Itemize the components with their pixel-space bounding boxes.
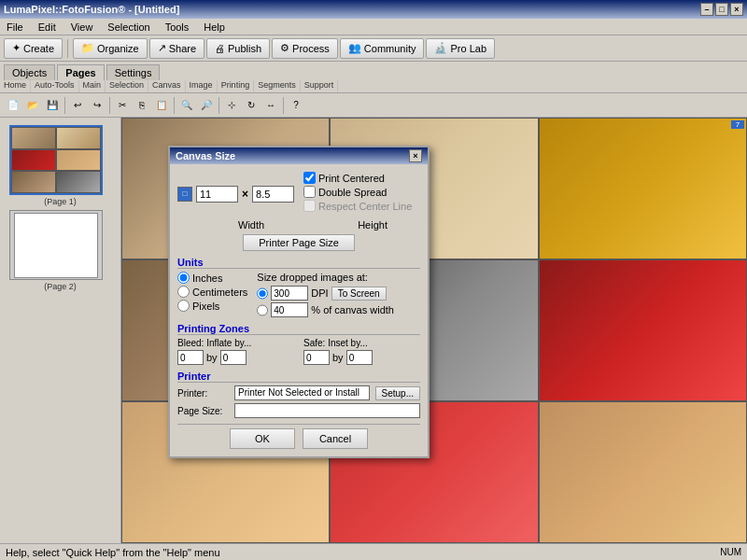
thumb-2 [56,127,101,149]
section-selection: Selection [106,80,148,92]
menu-view[interactable]: View [68,21,96,34]
icon-toolbar: 📄 📂 💾 ↩ ↪ ✂ ⎘ 📋 🔍 🔎 ⊹ ↻ ↔ ? [0,93,747,118]
tab-objects[interactable]: Objects [4,64,55,80]
process-icon: ⚙ [280,42,289,54]
canvas-size-dialog: Canvas Size × □ × Print Cente [168,146,430,458]
page-1-thumb[interactable]: (Page 1) [9,125,112,206]
inches-radio[interactable] [177,272,190,284]
inches-option[interactable]: Inches [177,272,247,284]
zoom-out-icon[interactable]: 🔎 [197,96,216,115]
centimeters-option[interactable]: Centimeters [177,286,247,298]
app-title: LumaPixel::FotoFusion® - [Untitled] [4,4,179,15]
select-icon[interactable]: ⊹ [222,96,241,115]
organize-button[interactable]: 📁 Organize [73,38,148,59]
safe-by: by [332,352,344,363]
setup-button[interactable]: Setup... [375,386,420,400]
menu-selection[interactable]: Selection [105,21,152,34]
maximize-button[interactable]: □ [715,3,728,16]
prolab-button[interactable]: 🔬 Pro Lab [426,38,495,59]
safe-input-1[interactable] [303,350,330,365]
bleed-input-2[interactable] [220,350,247,365]
menu-tools[interactable]: Tools [162,21,192,34]
copy-icon[interactable]: ⎘ [133,96,151,115]
printer-label: Printer: [177,388,229,399]
process-button[interactable]: ⚙ Process [272,38,338,59]
main-toolbar: ✦ Create 📁 Organize ↗ Share 🖨 Publish ⚙ … [0,35,747,62]
prolab-icon: 🔬 [434,42,447,54]
share-button[interactable]: ↗ Share [149,38,204,59]
menu-bar: File Edit View Selection Tools Help [0,19,747,35]
print-centered-label[interactable]: Print Centered [303,172,412,184]
dialog-title-bar[interactable]: Canvas Size × [170,147,428,164]
page-2-thumb[interactable]: (Page 2) [9,210,112,291]
bleed-input-1[interactable] [177,350,204,365]
section-autotools: Auto-Tools [31,80,79,92]
centimeters-radio[interactable] [177,286,190,298]
section-canvas: Canvas [148,80,186,92]
minimize-button[interactable]: – [700,3,713,16]
create-icon: ✦ [12,42,21,54]
redo-icon[interactable]: ↪ [88,96,106,115]
community-icon: 👥 [348,42,361,54]
respect-center-checkbox [303,200,316,212]
main-layout: (Page 1) (Page 2) 7 10 [0,118,747,543]
bleed-group: Bleed: Inflate by... by [177,338,294,365]
organize-icon: 📁 [81,42,94,54]
dialog-buttons: OK Cancel [177,424,420,449]
canvas-area: 7 10 Canvas Size × [121,118,747,543]
to-screen-button[interactable]: To Screen [331,287,387,301]
ok-button[interactable]: OK [230,428,295,449]
bleed-inputs: by [177,350,294,365]
num-indicator: NUM [720,547,741,557]
dialog-close-button[interactable]: × [409,149,422,162]
printer-value: Printer Not Selected or Install [234,385,370,400]
rotate-icon[interactable]: ↻ [242,96,261,115]
width-input[interactable] [196,186,238,203]
pagesize-input[interactable] [234,403,420,418]
pixels-option[interactable]: Pixels [177,300,247,312]
canvas-size-row: □ × Print Centered Double Spread [177,172,420,216]
share-icon: ↗ [158,42,166,54]
dpi-input[interactable] [271,286,308,301]
tab-settings[interactable]: Settings [106,64,161,80]
height-input[interactable] [252,186,294,203]
section-support: Support [301,80,339,92]
icon-sep-1 [64,97,65,114]
section-labels: Home Auto-Tools Main Selection Canvas Im… [0,80,747,93]
cut-icon[interactable]: ✂ [113,96,132,115]
community-button[interactable]: 👥 Community [340,38,425,59]
printer-page-size-button[interactable]: Printer Page Size [243,234,355,251]
tab-pages[interactable]: Pages [57,64,104,80]
cancel-button[interactable]: Cancel [303,428,368,449]
dpi-radio[interactable] [257,287,268,300]
publish-button[interactable]: 🖨 Publish [206,38,270,59]
help-icon[interactable]: ? [287,96,305,115]
thumb-6 [56,171,101,193]
pct-radio[interactable] [257,304,268,316]
photo-cell-3: 7 [539,118,747,259]
menu-help[interactable]: Help [201,21,228,34]
icon-sep-3 [174,97,175,114]
bleed-by: by [206,352,218,363]
save-icon[interactable]: 💾 [43,96,62,115]
close-button[interactable]: × [730,3,743,16]
zoom-in-icon[interactable]: 🔍 [177,96,196,115]
pct-input[interactable] [271,302,308,317]
menu-file[interactable]: File [4,21,26,34]
help-text: Help, select "Quick Help" from the "Help… [6,547,220,558]
pixels-radio[interactable] [177,300,190,312]
paste-icon[interactable]: 📋 [152,96,171,115]
times-symbol: × [242,188,248,201]
undo-icon[interactable]: ↩ [68,96,87,115]
status-bar: Help, select "Quick Help" from the "Help… [0,543,747,560]
double-spread-checkbox[interactable] [303,186,316,198]
menu-edit[interactable]: Edit [35,21,59,34]
thumb-3 [11,149,56,172]
open-icon[interactable]: 📂 [23,96,42,115]
flip-icon[interactable]: ↔ [261,96,280,115]
create-button[interactable]: ✦ Create [4,38,63,59]
double-spread-label[interactable]: Double Spread [303,186,412,198]
print-centered-checkbox[interactable] [303,172,316,184]
safe-input-2[interactable] [346,350,373,365]
new-icon[interactable]: 📄 [4,96,22,115]
